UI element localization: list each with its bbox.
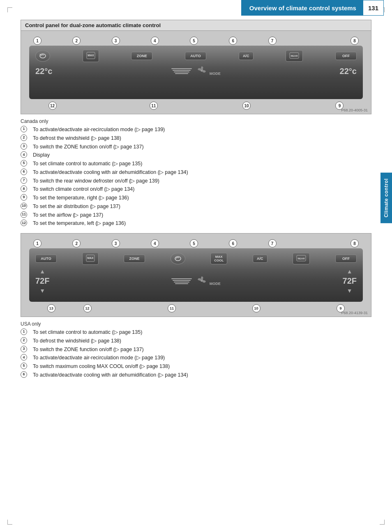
item-number: 12 — [21, 220, 32, 226]
canada-list-item: 3 To switch the ZONE function on/off (▷ … — [21, 143, 371, 151]
bottom-num-row-usa: 13 12 11 10 9 — [29, 303, 363, 312]
usa-list-item: 6 To activate/deactivate cooling with ai… — [21, 371, 371, 379]
panel-inner-canada: MAX ZONE AUTO A/C REAR OFF — [29, 46, 363, 99]
slider-bar-usa-3 — [174, 282, 189, 282]
item-text: To switch the rear window defroster on/o… — [33, 177, 159, 185]
usa-list-item: 5 To switch maximum cooling MAX COOL on/… — [21, 363, 371, 370]
canada-note-text: Canada only — [21, 118, 371, 124]
item-number: 10 — [21, 203, 32, 209]
slider-bar-1 — [171, 68, 192, 69]
zone-btn: ZONE — [131, 52, 152, 60]
item-text: Display — [33, 151, 50, 159]
canada-list-item: 10 To set the air distribution (▷ page 1… — [21, 203, 371, 210]
svg-text:MAX: MAX — [87, 257, 94, 259]
slider-bar-3 — [174, 72, 189, 72]
usa-zone-btn: ZONE — [124, 254, 145, 263]
item-text-usa: To set climate control to automatic (▷ p… — [33, 328, 142, 336]
usa-rear-btn: REAR — [293, 253, 310, 264]
slider-bars-usa — [171, 278, 192, 284]
usa-num-bubble-3: 3 — [112, 239, 120, 247]
slider-bar-2 — [173, 70, 191, 71]
svg-text:REAR: REAR — [298, 257, 305, 260]
item-text: To set the air distribution (▷ page 137) — [33, 203, 120, 210]
canada-list-item: 2 To defrost the windshield (▷ page 138) — [21, 134, 371, 142]
item-text-usa: To switch the ZONE function on/off (▷ pa… — [33, 346, 144, 354]
canada-list-item: 9 To set the temperature, right (▷ page … — [21, 194, 371, 202]
item-number-usa: 4 — [21, 354, 32, 361]
item-text: To activate/deactivate air-recirculation… — [33, 126, 165, 134]
usa-num-bubble-11b: 11 — [168, 304, 176, 312]
temp-left-canada: 22°c — [35, 67, 52, 76]
usa-note-text: USA only — [21, 321, 371, 327]
item-number-usa: 2 — [21, 337, 32, 344]
item-number: 6 — [21, 169, 32, 175]
usa-num-bubble-12b: 12 — [83, 304, 92, 312]
header-bar: Overview of climate control systems 131 — [0, 0, 392, 16]
temp-center-usa: MODE — [171, 275, 220, 287]
usa-list-item: 3 To switch the ZONE function on/off (▷ … — [21, 346, 371, 354]
item-text: To activate/deactivate cooling with air … — [33, 169, 188, 176]
corner-mark-br — [380, 520, 385, 525]
item-number: 3 — [21, 143, 32, 150]
num-bubble-10: 10 — [242, 102, 251, 110]
num-bubble-4: 4 — [151, 37, 159, 45]
item-number: 4 — [21, 151, 32, 158]
p-number-canada: P68.20-4005-31 — [341, 108, 368, 112]
slider-bars — [171, 68, 192, 74]
max-btn: MAX — [83, 50, 99, 62]
bottom-num-row-canada: 12 11 10 9 — [29, 101, 363, 110]
p-number-usa: P68.20-4139-31 — [341, 311, 368, 315]
num-bubble-5: 5 — [190, 37, 198, 45]
panel-inner-usa: AUTO MAX ZONE MAXCOOL A/C REAR OFF — [29, 248, 363, 302]
top-number-bubbles-usa: 1 2 3 4 5 6 7 8 — [29, 239, 363, 247]
circ-btn — [35, 50, 50, 62]
canada-list-item: 5 To set climate control to automatic (▷… — [21, 160, 371, 168]
rear-btn: REAR — [286, 50, 303, 62]
usa-num-bubble-6: 6 — [229, 239, 237, 247]
usa-num-bubble-2: 2 — [72, 239, 81, 247]
num-bubble-8: 8 — [350, 37, 359, 45]
page-number: 131 — [363, 0, 384, 16]
section-box-usa: 1 2 3 4 5 6 7 8 AUTO MAX ZONE — [21, 233, 371, 317]
temp-center-canada: MODE — [171, 65, 220, 77]
canada-list-item: 6 To activate/deactivate cooling with ai… — [21, 169, 371, 176]
item-number: 5 — [21, 160, 32, 167]
temp-row-usa: ▲ 72F ▼ MODE — [35, 266, 357, 296]
usa-ac-btn: A/C — [253, 254, 267, 263]
panel-image-canada: 1 2 3 4 5 6 7 8 — [21, 31, 371, 114]
item-number: 9 — [21, 194, 32, 201]
temp-row-canada: 22°c MODE 22°c — [35, 64, 357, 79]
slider-bar-4 — [175, 73, 188, 74]
top-number-bubbles-canada: 1 2 3 4 5 6 7 8 — [29, 37, 363, 45]
canada-list-item: 7 To switch the rear window defroster on… — [21, 177, 371, 185]
num-bubble-12: 12 — [48, 102, 57, 110]
canada-list-item: 8 To switch climate control on/off (▷ pa… — [21, 185, 371, 193]
item-text: To switch climate control on/off (▷ page… — [33, 185, 134, 193]
usa-circ-btn — [171, 253, 185, 264]
item-number: 7 — [21, 177, 32, 184]
corner-mark-bl — [7, 520, 12, 525]
slider-bar-usa-4 — [175, 283, 188, 284]
slider-bar-usa-1 — [171, 278, 192, 279]
item-number: 2 — [21, 134, 32, 141]
panel-image-usa: 1 2 3 4 5 6 7 8 AUTO MAX ZONE — [21, 234, 371, 317]
svg-text:MAX: MAX — [88, 54, 94, 57]
fan-icon-area: MODE — [196, 65, 220, 77]
item-number: 11 — [21, 211, 32, 218]
item-number-usa: 5 — [21, 363, 32, 369]
item-number: 1 — [21, 126, 32, 132]
num-bubble-11: 11 — [150, 102, 158, 110]
canada-note: Canada only 1 To activate/deactivate air… — [21, 118, 371, 227]
usa-num-bubble-4: 4 — [151, 239, 159, 247]
usa-num-bubble-10b: 10 — [252, 304, 261, 312]
num-bubble-1: 1 — [33, 37, 42, 45]
usa-num-bubble-1: 1 — [33, 239, 42, 247]
usa-list-item: 1 To set climate control to automatic (▷… — [21, 328, 371, 336]
usa-list-item: 4 To activate/deactivate air-recirculati… — [21, 354, 371, 362]
item-text: To set the temperature, right (▷ page 13… — [33, 194, 129, 202]
temp-right-usa: 72F — [343, 276, 357, 286]
usa-num-bubble-8: 8 — [350, 239, 359, 247]
item-text: To set the airflow (▷ page 137) — [33, 211, 103, 219]
item-text-usa: To activate/deactivate cooling with air … — [33, 371, 188, 379]
item-text: To switch the ZONE function on/off (▷ pa… — [33, 143, 144, 151]
